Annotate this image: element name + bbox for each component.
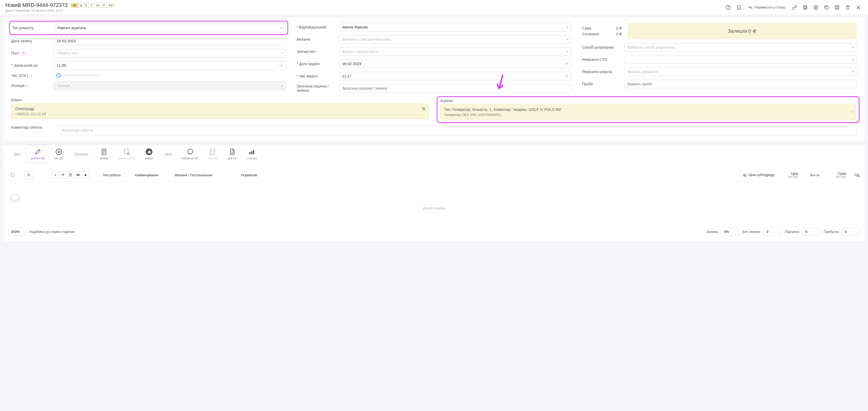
responsible-select[interactable]: Іванов Максим ▾ <box>339 23 571 31</box>
repair-type-label: Тип ремонту <box>12 26 52 30</box>
balance-value[interactable]: 0 ₴ <box>748 29 756 34</box>
svg-point-12 <box>56 149 62 155</box>
badge-zz[interactable]: ЗЗ <box>94 3 101 7</box>
scheduled-label: *Записаний на <box>11 63 51 68</box>
document-icon <box>100 148 108 156</box>
calendar-icon <box>565 62 568 66</box>
aggregate-card[interactable]: Тип: Генератор, Кількість: 1, Коментар: … <box>440 104 856 119</box>
time-slider[interactable] <box>54 75 102 76</box>
client-card[interactable]: Олександр +38(011) 111-11-19 <box>11 104 429 119</box>
badge-k[interactable]: К <box>84 3 89 7</box>
tab-recommendations[interactable]: реком-ції (0) <box>115 145 138 163</box>
copy-icon[interactable] <box>822 3 831 12</box>
badge-u[interactable]: У <box>89 3 94 7</box>
clock-icon <box>279 64 283 67</box>
issue-time-input[interactable]: 11:17 <box>339 72 571 80</box>
record-date-input[interactable]: 16-02-2023 <box>54 37 286 45</box>
money-icon[interactable] <box>812 3 820 12</box>
payment-method-select[interactable]: Виберіть спосіб розрахунку ▾ <box>624 43 857 52</box>
mechanic-select[interactable]: Виберіть Слюсаря-Механіка ▾ <box>339 35 571 44</box>
table-header: + ★ Тип роботи Найменування Механік / По… <box>8 168 860 182</box>
location-select[interactable]: Локація ▾ <box>54 81 286 90</box>
mileage-input[interactable] <box>624 80 857 88</box>
post-select[interactable]: Оберіть пост ▾ <box>54 49 286 58</box>
col-subcontract: Ціна субпідряду <box>737 173 774 177</box>
repair-type-select[interactable]: Ремонт агрегата ▾ <box>55 24 285 32</box>
print-icon[interactable] <box>801 3 809 12</box>
svg-point-1 <box>728 8 728 8</box>
save-icon[interactable] <box>833 3 841 12</box>
repair-type-highlight: Тип ремонту Ремонт агрегата ▾ <box>9 21 288 35</box>
tab-group-processes: Процеси <box>69 145 94 163</box>
svg-point-24 <box>62 174 63 175</box>
client-comments-input[interactable] <box>59 125 857 135</box>
client-menu-icon[interactable] <box>422 107 426 111</box>
tab-comments[interactable]: комен-рі (0) <box>179 145 202 163</box>
scheduled-time-input[interactable]: 11:00 <box>54 61 286 70</box>
close-icon[interactable] <box>854 3 863 12</box>
empty-state: Даних немає <box>8 182 860 221</box>
add-row-button[interactable]: + <box>52 171 59 178</box>
markup-label: Загальна націнка / знижка <box>297 84 337 93</box>
doc-tool-button[interactable] <box>67 171 74 178</box>
sto-req-select[interactable]: ▾ <box>624 55 857 64</box>
clock-icon <box>565 74 568 78</box>
link-icon[interactable] <box>790 3 799 12</box>
markup-input[interactable] <box>339 84 571 93</box>
swap-icon <box>748 5 753 10</box>
tab-request[interactable]: заявка <box>95 145 113 163</box>
col-pd: ПД <box>849 173 860 177</box>
tab-group-other: Інше <box>159 145 178 163</box>
aggregate-line2: Генератор OES VAG (#037903025L) <box>444 113 852 117</box>
tab-logs[interactable]: LOG логи н/з <box>203 145 222 163</box>
percent-input[interactable] <box>8 228 26 236</box>
badge-zk[interactable]: ЗК <box>71 3 78 7</box>
svg-rect-23 <box>253 150 254 154</box>
tab-works[interactable]: роботи (0) <box>27 145 49 163</box>
svg-rect-22 <box>251 151 252 155</box>
norm-markup-label: Надбавка до нормо-годинин <box>29 230 75 234</box>
discount-input[interactable] <box>722 228 739 236</box>
client-label: Клієнт <box>11 98 429 102</box>
shield-icon[interactable] <box>735 3 743 12</box>
record-date-label: Дата запису <box>11 39 51 43</box>
subtotal-input[interactable] <box>803 228 820 236</box>
partsman-select[interactable]: Вкажіть Запчастиста ▾ <box>339 47 571 56</box>
issue-date-input[interactable]: 16-02-2023 <box>339 60 571 68</box>
chevron-down-icon: ▾ <box>567 50 568 54</box>
table-tools: + ★ <box>52 171 89 179</box>
col-sum: Сумабез ПДВ <box>822 171 846 178</box>
select-all-checkbox[interactable] <box>11 173 14 177</box>
double-chevron-icon: » <box>26 84 27 88</box>
profit-input[interactable] <box>842 228 860 236</box>
help-icon[interactable] <box>724 3 733 12</box>
col-name: Найменування <box>135 173 172 177</box>
svg-point-13 <box>58 151 60 153</box>
partsman-label: Запчастист <box>297 49 337 54</box>
tab-stats[interactable]: стат-ка <box>242 145 261 163</box>
badge-ov[interactable]: ОВ <box>107 3 115 7</box>
badge-d[interactable]: Д <box>78 3 84 7</box>
aggregate-line1: Тип: Генератор, Кількість: 1, Коментар: … <box>444 107 852 112</box>
time-label: Час (0.5г.) <box>11 73 51 78</box>
no-discount-label: Без знижки <box>742 230 760 234</box>
client-req-select[interactable]: Вкажіть реквізити ▾ <box>624 68 857 76</box>
badge-r[interactable]: Р <box>101 3 107 7</box>
wrench-icon <box>34 148 41 156</box>
col-mechanic: Механік / Постачальник <box>175 173 239 177</box>
people-tool-button[interactable] <box>59 171 67 178</box>
row-menu-button[interactable] <box>25 171 33 179</box>
svg-text:LOG: LOG <box>211 151 214 152</box>
change-status-button[interactable]: Перевести у статус <box>745 4 788 11</box>
tab-docs[interactable]: док-ти <box>223 145 241 163</box>
tab-review[interactable]: відгук <box>140 145 158 163</box>
barcode-tool-button[interactable] <box>74 171 82 178</box>
chevron-down-icon: ▾ <box>852 58 854 61</box>
mileage-label: Пробіг <box>582 82 622 86</box>
tab-parts[interactable]: з/ч (0) <box>50 145 68 163</box>
trash-icon[interactable] <box>843 3 852 12</box>
balance-box: Залишок 0 ₴ <box>627 23 857 39</box>
star-tool-button[interactable]: ★ <box>82 171 89 178</box>
responsible-label: *Відповідальний <box>297 25 337 29</box>
no-discount-input[interactable] <box>764 228 781 236</box>
